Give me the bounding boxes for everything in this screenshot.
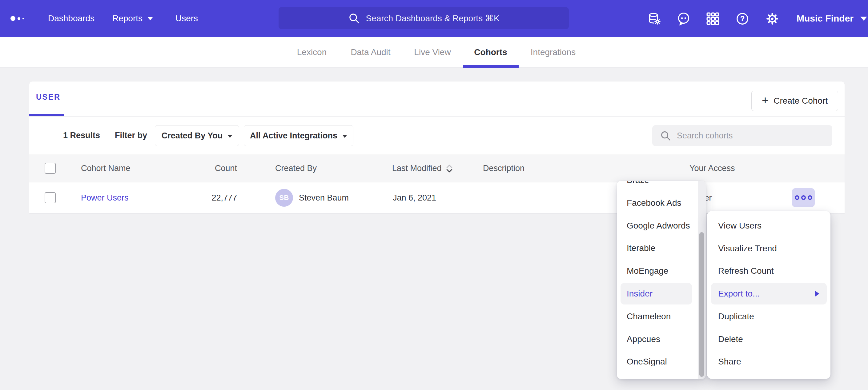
menu-item-chameleon[interactable]: Chameleon xyxy=(617,305,698,328)
menu-item-braze[interactable]: Braze xyxy=(617,181,698,192)
filter-by-label: Filter by xyxy=(115,116,147,154)
row-actions-button[interactable] xyxy=(792,188,815,207)
results-count: 1 Results xyxy=(63,116,100,154)
col-description: Description xyxy=(483,154,525,183)
tab-integrations[interactable]: Integrations xyxy=(531,37,576,68)
search-icon xyxy=(348,12,360,24)
cohort-count: 22,777 xyxy=(185,183,237,213)
menu-item-appcues[interactable]: Appcues xyxy=(617,328,698,351)
menu-item-refresh-count[interactable]: Refresh Count xyxy=(707,260,831,282)
search-cohorts-input[interactable]: Search cohorts xyxy=(652,125,832,146)
menu-item-view-users[interactable]: View Users xyxy=(707,215,831,237)
data-export-icon[interactable] xyxy=(647,11,661,26)
create-cohort-button[interactable]: + Create Cohort xyxy=(751,91,838,111)
feedback-icon[interactable] xyxy=(676,11,691,26)
menu-item-delete[interactable]: Delete xyxy=(707,328,831,351)
mixpanel-logo-icon[interactable] xyxy=(10,0,29,37)
nav-users[interactable]: Users xyxy=(176,0,198,37)
global-search-placeholder: Search Dashboards & Reports ⌘K xyxy=(366,13,499,23)
menu-item-iterable[interactable]: Iterable xyxy=(617,237,698,260)
chevron-down-icon xyxy=(148,17,153,20)
col-count: Count xyxy=(185,154,237,183)
cohort-name-link[interactable]: Power Users xyxy=(81,183,129,213)
section-tabbar: Lexicon Data Audit Live View Cohorts Int… xyxy=(0,37,868,68)
menu-item-share[interactable]: Share xyxy=(707,350,831,373)
active-tab-underline xyxy=(463,65,519,68)
global-search-input[interactable]: Search Dashboards & Reports ⌘K xyxy=(279,7,569,29)
table-header: Cohort Name Count Created By Last Modifi… xyxy=(29,154,845,183)
tab-cohorts[interactable]: Cohorts xyxy=(474,37,507,68)
integrations-filter-dropdown[interactable]: All Active Integrations xyxy=(244,125,353,146)
divider xyxy=(29,116,845,117)
export-destinations-menu: Braze Facebook Ads Google Adwords Iterab… xyxy=(617,181,706,379)
project-switcher[interactable]: Music Finder xyxy=(797,0,867,37)
top-navigation-bar: Dashboards Reports Users Search Dashboar… xyxy=(0,0,868,37)
avatar: SB xyxy=(275,189,293,207)
search-icon xyxy=(660,130,671,141)
menu-scrollbar-track xyxy=(698,181,706,379)
search-cohorts-placeholder: Search cohorts xyxy=(677,131,733,140)
tab-live-view[interactable]: Live View xyxy=(414,37,451,68)
sort-icon xyxy=(445,164,454,173)
help-icon[interactable]: ? xyxy=(735,11,750,26)
svg-text:?: ? xyxy=(740,14,745,23)
row-checkbox[interactable] xyxy=(44,192,56,203)
col-cohort-name: Cohort Name xyxy=(81,154,130,183)
ellipsis-icon xyxy=(795,195,799,200)
chevron-down-icon xyxy=(860,17,867,21)
apps-grid-icon[interactable] xyxy=(706,11,720,26)
divider xyxy=(105,128,105,144)
menu-scrollbar-thumb[interactable] xyxy=(699,232,704,377)
user-tab-underline xyxy=(29,114,64,116)
menu-item-moengage[interactable]: MoEngage xyxy=(617,260,698,282)
nav-reports[interactable]: Reports xyxy=(112,0,153,37)
menu-item-onesignal[interactable]: OneSignal xyxy=(617,350,698,373)
submenu-arrow-icon xyxy=(815,291,819,297)
menu-item-export-to[interactable]: Export to... xyxy=(707,282,831,305)
cohort-actions-menu: View Users Visualize Trend Refresh Count… xyxy=(707,211,831,379)
tab-data-audit[interactable]: Data Audit xyxy=(350,37,390,68)
cohort-type-tab-user[interactable]: USER xyxy=(36,93,60,101)
plus-icon: + xyxy=(762,94,769,106)
col-created-by: Created By xyxy=(275,154,317,183)
created-by-name: Steven Baum xyxy=(299,183,349,213)
menu-item-facebook-ads[interactable]: Facebook Ads xyxy=(617,192,698,215)
last-modified-date: Jan 6, 2021 xyxy=(393,183,436,213)
tab-lexicon[interactable]: Lexicon xyxy=(297,37,327,68)
col-your-access: Your Access xyxy=(689,154,735,183)
table-row: Power Users 22,777 SB Steven Baum Jan 6,… xyxy=(29,183,845,213)
nav-dashboards[interactable]: Dashboards xyxy=(48,0,94,37)
chevron-down-icon xyxy=(227,135,232,138)
menu-item-google-adwords[interactable]: Google Adwords xyxy=(617,215,698,237)
menu-item-insider[interactable]: Insider xyxy=(617,282,698,305)
settings-gear-icon[interactable] xyxy=(765,11,780,26)
chevron-down-icon xyxy=(342,135,347,138)
created-by-filter-dropdown[interactable]: Created By You xyxy=(155,125,239,146)
menu-item-duplicate[interactable]: Duplicate xyxy=(707,305,831,328)
col-last-modified[interactable]: Last Modified xyxy=(392,154,454,183)
cohorts-page: Dashboards Reports Users Search Dashboar… xyxy=(0,0,868,390)
cohorts-card: USER + Create Cohort 1 Results Filter by… xyxy=(29,82,845,213)
select-all-checkbox[interactable] xyxy=(44,163,56,174)
project-name: Music Finder xyxy=(797,13,854,24)
menu-item-visualize-trend[interactable]: Visualize Trend xyxy=(707,237,831,260)
